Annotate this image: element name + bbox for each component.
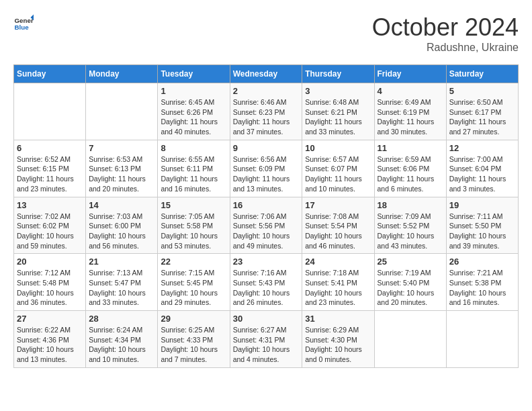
day-number: 1 [161, 86, 226, 96]
calendar-table: SundayMondayTuesdayWednesdayThursdayFrid… [13, 64, 519, 368]
day-number: 29 [161, 314, 226, 324]
day-number: 13 [17, 200, 83, 210]
day-number: 22 [161, 257, 226, 267]
calendar-cell: 22Sunrise: 7:15 AM Sunset: 5:45 PM Dayli… [158, 254, 230, 311]
calendar-cell: 1Sunrise: 6:45 AM Sunset: 6:26 PM Daylig… [158, 83, 230, 140]
day-info: Sunrise: 7:02 AM Sunset: 6:02 PM Dayligh… [17, 212, 83, 251]
calendar-cell: 6Sunrise: 6:52 AM Sunset: 6:15 PM Daylig… [14, 140, 86, 197]
calendar-cell: 7Sunrise: 6:53 AM Sunset: 6:13 PM Daylig… [86, 140, 158, 197]
calendar-cell: 2Sunrise: 6:46 AM Sunset: 6:23 PM Daylig… [230, 83, 302, 140]
day-info: Sunrise: 6:49 AM Sunset: 6:19 PM Dayligh… [378, 97, 443, 137]
day-info: Sunrise: 7:03 AM Sunset: 6:00 PM Dayligh… [89, 212, 154, 251]
day-info: Sunrise: 7:06 AM Sunset: 5:56 PM Dayligh… [233, 212, 300, 251]
day-info: Sunrise: 6:48 AM Sunset: 6:21 PM Dayligh… [305, 97, 371, 137]
day-number: 6 [17, 143, 83, 153]
day-info: Sunrise: 6:59 AM Sunset: 6:06 PM Dayligh… [378, 154, 443, 194]
calendar-week-row: 1Sunrise: 6:45 AM Sunset: 6:26 PM Daylig… [14, 83, 519, 140]
day-number: 25 [378, 257, 443, 267]
day-info: Sunrise: 7:18 AM Sunset: 5:41 PM Dayligh… [305, 268, 371, 308]
calendar-cell: 29Sunrise: 6:25 AM Sunset: 4:33 PM Dayli… [158, 311, 230, 368]
day-number: 24 [305, 257, 371, 267]
day-number: 26 [449, 257, 515, 267]
day-info: Sunrise: 7:21 AM Sunset: 5:38 PM Dayligh… [449, 268, 515, 308]
day-number: 28 [89, 314, 154, 324]
calendar-cell: 19Sunrise: 7:11 AM Sunset: 5:50 PM Dayli… [446, 197, 518, 254]
day-info: Sunrise: 7:12 AM Sunset: 5:48 PM Dayligh… [17, 268, 83, 308]
day-number: 31 [305, 314, 371, 324]
weekday-header: Tuesday [158, 65, 230, 83]
day-info: Sunrise: 7:16 AM Sunset: 5:43 PM Dayligh… [233, 268, 300, 308]
day-number: 8 [161, 143, 226, 153]
weekday-header: Friday [374, 65, 446, 83]
calendar-cell: 10Sunrise: 6:57 AM Sunset: 6:07 PM Dayli… [302, 140, 374, 197]
day-info: Sunrise: 7:11 AM Sunset: 5:50 PM Dayligh… [449, 212, 515, 251]
day-number: 2 [233, 86, 300, 96]
weekday-header-row: SundayMondayTuesdayWednesdayThursdayFrid… [14, 65, 519, 83]
day-number: 20 [17, 257, 83, 267]
calendar-cell [374, 311, 446, 368]
calendar-cell: 3Sunrise: 6:48 AM Sunset: 6:21 PM Daylig… [302, 83, 374, 140]
title-block: October 2024 Radushne, Ukraine [372, 13, 519, 54]
day-number: 18 [378, 200, 443, 210]
calendar-cell [86, 83, 158, 140]
calendar-cell: 27Sunrise: 6:22 AM Sunset: 4:36 PM Dayli… [14, 311, 86, 368]
location: Radushne, Ukraine [372, 42, 519, 54]
day-number: 7 [89, 143, 154, 153]
day-number: 10 [305, 143, 371, 153]
calendar-cell: 14Sunrise: 7:03 AM Sunset: 6:00 PM Dayli… [86, 197, 158, 254]
calendar-cell: 8Sunrise: 6:55 AM Sunset: 6:11 PM Daylig… [158, 140, 230, 197]
weekday-header: Wednesday [230, 65, 302, 83]
weekday-header: Sunday [14, 65, 86, 83]
day-info: Sunrise: 7:13 AM Sunset: 5:47 PM Dayligh… [89, 268, 154, 308]
calendar-cell: 20Sunrise: 7:12 AM Sunset: 5:48 PM Dayli… [14, 254, 86, 311]
calendar-cell: 11Sunrise: 6:59 AM Sunset: 6:06 PM Dayli… [374, 140, 446, 197]
day-number: 11 [378, 143, 443, 153]
calendar-cell: 15Sunrise: 7:05 AM Sunset: 5:58 PM Dayli… [158, 197, 230, 254]
day-info: Sunrise: 7:09 AM Sunset: 5:52 PM Dayligh… [378, 212, 443, 251]
calendar-cell: 23Sunrise: 7:16 AM Sunset: 5:43 PM Dayli… [230, 254, 302, 311]
calendar-cell: 18Sunrise: 7:09 AM Sunset: 5:52 PM Dayli… [374, 197, 446, 254]
calendar-cell: 25Sunrise: 7:19 AM Sunset: 5:40 PM Dayli… [374, 254, 446, 311]
page-header: General Blue General Blue October 2024 R… [13, 13, 519, 54]
weekday-header: Monday [86, 65, 158, 83]
logo: General Blue General Blue [13, 13, 34, 34]
day-number: 16 [233, 200, 300, 210]
weekday-header: Thursday [302, 65, 374, 83]
calendar-cell: 12Sunrise: 7:00 AM Sunset: 6:04 PM Dayli… [446, 140, 518, 197]
day-info: Sunrise: 6:55 AM Sunset: 6:11 PM Dayligh… [161, 154, 226, 194]
calendar-cell: 26Sunrise: 7:21 AM Sunset: 5:38 PM Dayli… [446, 254, 518, 311]
day-info: Sunrise: 6:27 AM Sunset: 4:31 PM Dayligh… [233, 325, 300, 365]
day-info: Sunrise: 6:57 AM Sunset: 6:07 PM Dayligh… [305, 154, 371, 194]
day-info: Sunrise: 6:45 AM Sunset: 6:26 PM Dayligh… [161, 97, 226, 137]
day-info: Sunrise: 6:56 AM Sunset: 6:09 PM Dayligh… [233, 154, 300, 194]
calendar-cell: 16Sunrise: 7:06 AM Sunset: 5:56 PM Dayli… [230, 197, 302, 254]
day-number: 4 [378, 86, 443, 96]
logo-icon: General Blue [13, 13, 34, 34]
svg-text:Blue: Blue [15, 24, 30, 31]
day-number: 14 [89, 200, 154, 210]
calendar-week-row: 27Sunrise: 6:22 AM Sunset: 4:36 PM Dayli… [14, 311, 519, 368]
month-title: October 2024 [372, 13, 519, 42]
day-info: Sunrise: 7:05 AM Sunset: 5:58 PM Dayligh… [161, 212, 226, 251]
calendar-cell: 28Sunrise: 6:24 AM Sunset: 4:34 PM Dayli… [86, 311, 158, 368]
calendar-cell: 30Sunrise: 6:27 AM Sunset: 4:31 PM Dayli… [230, 311, 302, 368]
calendar-week-row: 20Sunrise: 7:12 AM Sunset: 5:48 PM Dayli… [14, 254, 519, 311]
day-number: 12 [449, 143, 515, 153]
calendar-cell: 31Sunrise: 6:29 AM Sunset: 4:30 PM Dayli… [302, 311, 374, 368]
day-number: 15 [161, 200, 226, 210]
calendar-cell: 21Sunrise: 7:13 AM Sunset: 5:47 PM Dayli… [86, 254, 158, 311]
day-info: Sunrise: 6:52 AM Sunset: 6:15 PM Dayligh… [17, 154, 83, 194]
calendar-cell [446, 311, 518, 368]
day-info: Sunrise: 7:08 AM Sunset: 5:54 PM Dayligh… [305, 212, 371, 251]
calendar-cell: 5Sunrise: 6:50 AM Sunset: 6:17 PM Daylig… [446, 83, 518, 140]
day-info: Sunrise: 6:29 AM Sunset: 4:30 PM Dayligh… [305, 325, 371, 365]
day-number: 30 [233, 314, 300, 324]
day-info: Sunrise: 7:00 AM Sunset: 6:04 PM Dayligh… [449, 154, 515, 194]
calendar-cell: 13Sunrise: 7:02 AM Sunset: 6:02 PM Dayli… [14, 197, 86, 254]
day-info: Sunrise: 6:24 AM Sunset: 4:34 PM Dayligh… [89, 325, 154, 365]
calendar-cell: 9Sunrise: 6:56 AM Sunset: 6:09 PM Daylig… [230, 140, 302, 197]
day-number: 3 [305, 86, 371, 96]
day-number: 19 [449, 200, 515, 210]
day-info: Sunrise: 7:19 AM Sunset: 5:40 PM Dayligh… [378, 268, 443, 308]
calendar-week-row: 6Sunrise: 6:52 AM Sunset: 6:15 PM Daylig… [14, 140, 519, 197]
